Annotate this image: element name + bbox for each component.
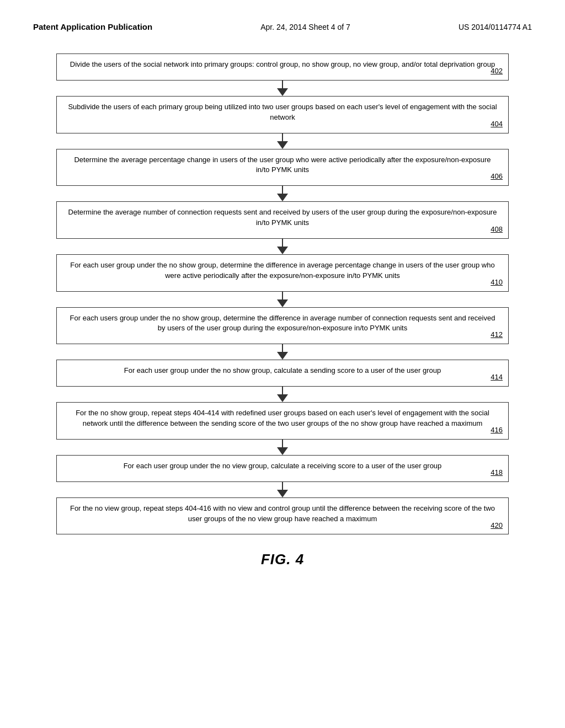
step-num-414: 414 [491, 372, 503, 383]
header-center: Apr. 24, 2014 Sheet 4 of 7 [260, 23, 350, 31]
arrow-head-7 [277, 447, 288, 455]
arrow-0 [277, 81, 288, 96]
step-text-412: For each users group under the no show g… [68, 313, 497, 340]
arrow-head-1 [277, 141, 288, 149]
step-num-410: 410 [491, 277, 503, 288]
arrow-1 [277, 133, 288, 149]
step-text-414: For each user group under the no show gr… [124, 366, 441, 382]
step-text-408: Determine the average number of connecti… [68, 207, 497, 234]
header-left: Patent Application Publication [33, 22, 152, 31]
step-text-402: Divide the users of the social network i… [70, 60, 495, 76]
header-right: US 2014/0114774 A1 [459, 23, 532, 31]
step-text-416: For the no show group, repeat steps 404-… [68, 408, 497, 435]
step-num-420: 420 [491, 521, 503, 531]
flow-step-414: For each user group under the no show gr… [56, 360, 509, 387]
arrow-6 [277, 387, 288, 402]
flow-step-418: For each user group under the no view gr… [56, 455, 509, 482]
step-text-420: For the no view group, repeat steps 404-… [68, 504, 497, 530]
step-num-408: 408 [491, 224, 503, 235]
arrow-stem-3 [282, 239, 283, 247]
flow-step-410: For each user group under the no show gr… [56, 254, 509, 292]
step-text-406: Determine the average percentage change … [68, 155, 497, 181]
arrow-head-6 [277, 394, 288, 402]
arrow-head-8 [277, 490, 288, 497]
step-num-416: 416 [491, 425, 503, 436]
flow-step-404: Subdivide the users of each primary grou… [56, 96, 509, 133]
arrow-stem-6 [282, 387, 283, 394]
arrow-3 [277, 239, 288, 254]
flow-step-416: For the no show group, repeat steps 404-… [56, 402, 509, 440]
arrow-stem-2 [282, 186, 283, 194]
step-num-418: 418 [491, 468, 503, 478]
figure-label: FIG. 4 [33, 551, 532, 568]
flowchart: Divide the users of the social network i… [33, 53, 532, 534]
step-text-410: For each user group under the no show gr… [68, 260, 497, 287]
arrow-head-4 [277, 299, 288, 307]
arrow-head-2 [277, 194, 288, 201]
flow-step-406: Determine the average percentage change … [56, 149, 509, 186]
arrow-stem-4 [282, 292, 283, 299]
flow-step-412: For each users group under the no show g… [56, 307, 509, 345]
arrow-stem-1 [282, 133, 283, 141]
arrow-stem-0 [282, 81, 283, 88]
step-num-402: 402 [491, 66, 503, 77]
arrow-head-3 [277, 247, 288, 254]
arrow-5 [277, 344, 288, 360]
arrow-stem-7 [282, 440, 283, 447]
step-text-404: Subdivide the users of each primary grou… [68, 102, 497, 129]
arrow-head-0 [277, 88, 288, 96]
arrow-stem-8 [282, 482, 283, 490]
arrow-head-5 [277, 352, 288, 360]
flow-step-408: Determine the average number of connecti… [56, 201, 509, 239]
step-num-406: 406 [491, 172, 503, 182]
arrow-4 [277, 292, 288, 307]
step-text-418: For each user group under the no view gr… [124, 461, 442, 477]
flow-step-420: For the no view group, repeat steps 404-… [56, 497, 509, 535]
page: Patent Application Publication Apr. 24, … [0, 0, 565, 728]
step-num-412: 412 [491, 330, 503, 340]
arrow-8 [277, 482, 288, 497]
arrow-stem-5 [282, 344, 283, 352]
flow-step-402: Divide the users of the social network i… [56, 53, 509, 81]
arrow-7 [277, 440, 288, 455]
page-header: Patent Application Publication Apr. 24, … [33, 22, 532, 31]
step-num-404: 404 [491, 119, 503, 130]
arrow-2 [277, 186, 288, 201]
